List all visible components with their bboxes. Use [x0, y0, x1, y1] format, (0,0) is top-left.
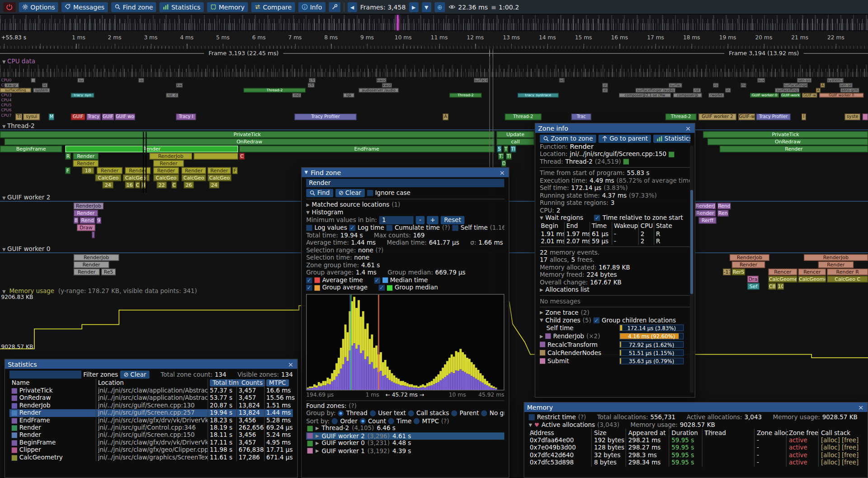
chevron-right-icon[interactable]: ▶	[316, 426, 319, 431]
found-zone-group[interactable]: ▶GUIF worker 0(3,231)4.48 s	[306, 440, 504, 447]
cpu-zone[interactable]: Thread-2	[665, 114, 697, 120]
child-zone-row[interactable]: RecalcTransform72.92 µs (1.62%)	[540, 341, 690, 349]
zone[interactable]: 9	[96, 217, 101, 224]
info-button[interactable]: Info	[298, 2, 326, 12]
zone[interactable]: F	[232, 167, 237, 174]
checkbox[interactable]	[367, 190, 373, 196]
radio-button[interactable]	[388, 418, 394, 424]
statistics-titlebar[interactable]: Statistics ×	[5, 360, 297, 369]
zone[interactable]: T1	[498, 153, 504, 160]
stats-row[interactable]: Clipperjni/../jni/src/claw/gfx/geo/Clipp…	[9, 446, 293, 454]
cpu-zone[interactable]: ad	[559, 78, 565, 83]
cpu-zone[interactable]: A	[821, 83, 825, 88]
cpu-zone[interactable]	[863, 114, 868, 120]
zone[interactable]: RenderJob	[730, 254, 769, 261]
cpu-zone[interactable]: GUIF worker 0	[819, 93, 863, 98]
zone[interactable]: RenderJob	[74, 254, 119, 261]
zone[interactable]: Dra	[747, 276, 758, 283]
found-zone-group[interactable]: ▶GUIF worker 2(3,296)4.61 s	[306, 432, 504, 440]
cpu-zone[interactable]: cfr	[308, 83, 315, 88]
collapse-button[interactable]: ▼	[422, 2, 431, 12]
zone[interactable]: RerS	[732, 269, 745, 275]
reset-button[interactable]: Reset	[441, 216, 464, 224]
cpu-zone[interactable]: mi	[741, 83, 746, 88]
zone[interactable]	[92, 232, 94, 238]
zone[interactable]: Render	[208, 167, 231, 174]
cpu-zone[interactable]: md	[292, 93, 302, 98]
chevron-right-icon[interactable]: ▶	[316, 449, 319, 454]
frame-overview-strip[interactable]	[0, 15, 868, 31]
cpu-zone[interactable]: I	[802, 114, 806, 120]
cpu-zone[interactable]: ro	[713, 83, 718, 88]
find-button[interactable]: Find	[306, 189, 333, 197]
cpu-zone[interactable]: cfr	[309, 78, 316, 83]
cpu-zone[interactable]: sens-grm	[840, 88, 859, 93]
radio-button[interactable]	[370, 411, 376, 416]
stats-row[interactable]: OnRedrawjni/../jni/src/claw/application/…	[9, 394, 293, 402]
cpu-zone[interactable]: surfac	[669, 83, 682, 88]
options-button[interactable]: Options	[19, 2, 58, 12]
zone[interactable]: Render R	[827, 269, 868, 275]
cpu-zone[interactable]: audioserver /audio	[359, 88, 398, 93]
cpu-zone[interactable]: surfaceflinger /audio	[636, 88, 675, 93]
checkbox[interactable]: ✓	[594, 215, 600, 221]
find-zone-button[interactable]: Find zone	[111, 2, 156, 12]
zone[interactable]: F	[65, 167, 70, 174]
cpu-zone[interactable]: GUIF	[102, 114, 114, 120]
stats-row[interactable]: Renderjni/../jni/src/guif/Screen.cpp:257…	[9, 409, 293, 416]
cpu-zone[interactable]: sysui	[23, 114, 40, 120]
frame-label-left[interactable]: Frame 3,193 (22.45 ms)	[204, 50, 283, 57]
zone[interactable]: RenderJ	[695, 203, 716, 209]
clear-button[interactable]: ⊘Clear	[335, 189, 364, 197]
zone[interactable]: EndFrame	[239, 146, 494, 152]
stats-row[interactable]: Renderjni/../jni/src/guif/Control.cpp:34…	[9, 424, 293, 431]
checkbox[interactable]: ✓	[306, 285, 312, 291]
zone[interactable]: C	[239, 153, 245, 160]
search-input[interactable]: Render	[306, 179, 504, 187]
chevron-right-icon[interactable]: ▶	[306, 202, 310, 207]
zone[interactable]: Tl	[506, 153, 511, 160]
zone[interactable]: BeginFrame	[0, 146, 62, 152]
chevron-right-icon[interactable]: ▶	[540, 310, 543, 315]
memory-button[interactable]: Memory	[207, 2, 248, 12]
stats-row[interactable]: EndFramejni/../jni/src/claw/gfx/drv/vk/D…	[9, 417, 293, 424]
scrollbar-thumb[interactable]	[690, 190, 693, 293]
cpu-zone[interactable]: GUIF-w	[738, 114, 755, 120]
cpu-zone[interactable]: Thread-2	[449, 93, 481, 98]
collapse-icon[interactable]: ▼	[2, 195, 6, 200]
zone[interactable]: PrivateTick	[703, 131, 868, 138]
cpu-zone[interactable]: A	[443, 114, 448, 120]
found-zone-group[interactable]: ▶GUIF worker 1(3,192)4.39 s	[306, 447, 504, 455]
chevron-down-icon[interactable]: ▼	[306, 210, 310, 215]
cpu-zone[interactable]: kwot	[382, 83, 392, 88]
--button[interactable]: -	[416, 216, 425, 224]
cpu-zone[interactable]: rot_d	[166, 93, 178, 98]
frames-counter[interactable]: Frames: 3,458	[360, 3, 406, 11]
stats-row[interactable]: RenderJobjni/../jni/src/guif/Screen.cpp:…	[9, 402, 293, 409]
cpu-zone[interactable]: lgk	[343, 93, 354, 98]
clear-button[interactable]: ⊘Clear	[120, 370, 150, 379]
zone[interactable]: C	[135, 182, 140, 189]
find-zone-titlebar[interactable]: ▼ Find zone ×	[302, 168, 509, 177]
zone[interactable]: Render	[74, 210, 98, 217]
column-header-counts[interactable]: Counts	[239, 379, 265, 387]
cpu-zone[interactable]: GUIF-work	[781, 93, 801, 98]
column-header-mtpc[interactable]: MTPC	[266, 379, 289, 387]
cpu-zone[interactable]: GUIF worker 2	[698, 114, 736, 120]
cpu-zone[interactable]: Trac	[571, 114, 591, 120]
zone[interactable]: Render	[153, 167, 179, 174]
zone[interactable]: Ren	[717, 210, 728, 217]
checkbox[interactable]: ✓	[374, 277, 380, 283]
zone[interactable]: Render	[74, 269, 100, 275]
chevron-down-icon[interactable]: ▼	[540, 317, 543, 322]
zone[interactable]: Rencer	[769, 269, 797, 275]
zone[interactable]: D	[501, 160, 506, 167]
child-zone-row[interactable]: CalcRenderNodes51.51 µs (1.15%)	[540, 349, 690, 357]
chevron-down-icon[interactable]: ▼	[540, 216, 543, 221]
zone[interactable]: 24	[209, 182, 219, 189]
close-icon[interactable]: ×	[287, 361, 294, 368]
zone[interactable]: call	[496, 138, 534, 145]
thread-header-thread-2[interactable]: ▼Thread-2	[2, 123, 35, 130]
zone[interactable]: RenderJob	[150, 153, 192, 160]
cpu-zone[interactable]: surfacefling	[775, 88, 799, 93]
